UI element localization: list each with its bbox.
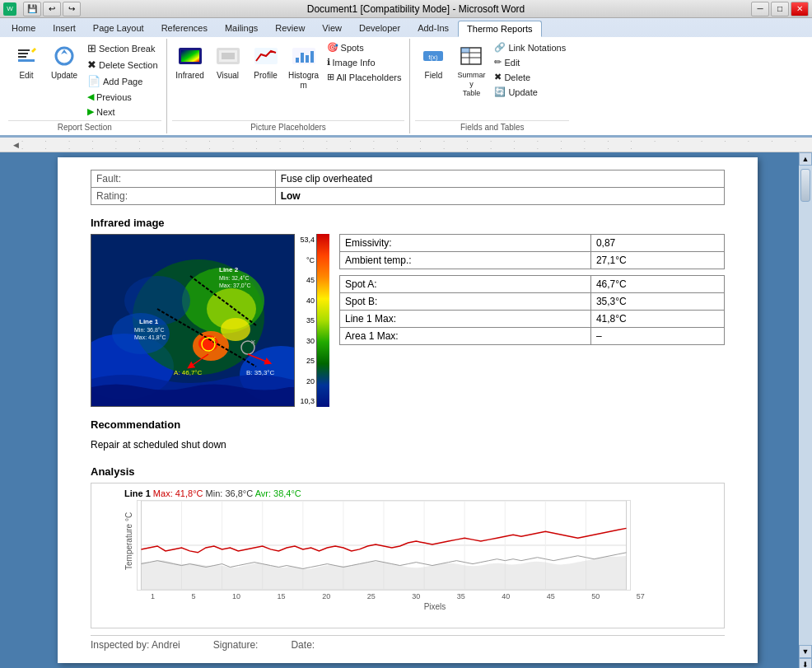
svg-marker-6 — [61, 49, 68, 54]
previous-btn[interactable]: ◀ Previous — [84, 90, 161, 104]
svg-rect-8 — [181, 50, 199, 62]
analysis-chart-svg: 42 32 — [137, 500, 631, 591]
tab-view[interactable]: View — [314, 21, 350, 37]
ir-data-table: Emissivity: 0,87 Ambient temp.: 27,1°C S… — [339, 234, 725, 345]
report-section-label: Report Section — [8, 120, 161, 132]
profile-btn[interactable]: Profile — [248, 40, 284, 90]
infrared-section-title: Infrared image — [91, 217, 725, 229]
close-btn[interactable]: ✕ — [791, 2, 809, 16]
svg-text:Max: 37,0°C: Max: 37,0°C — [219, 283, 251, 288]
tab-references[interactable]: References — [153, 21, 216, 37]
scroll-area[interactable]: Fault: Fuse clip overheated Rating: Low … — [16, 152, 799, 668]
next-icon: ▶ — [87, 106, 94, 117]
tab-thermo-reports[interactable]: Thermo Reports — [458, 21, 541, 37]
vertical-scrollbar[interactable]: ▲ ▼ ⬇ — [799, 152, 812, 668]
ir-image-wrap: ✕ ✕ — [91, 234, 329, 407]
minimize-btn[interactable]: ─ — [751, 2, 769, 16]
fields-edit-btn[interactable]: ✏ Edit — [491, 55, 569, 69]
svg-text:B: 35,3°C: B: 35,3°C — [246, 369, 275, 376]
fault-label: Fault: — [91, 171, 276, 188]
delete-section-btn[interactable]: ✖ Delete Section — [84, 57, 161, 72]
restore-btn[interactable]: □ — [771, 2, 789, 16]
recommendation-text: Repair at scheduled shut down — [91, 436, 725, 454]
line1-max-label: Line 1 Max: — [340, 311, 591, 328]
signature-label: Signature: — [213, 639, 259, 651]
section-break-btn[interactable]: ⊞ Section Break — [84, 40, 161, 56]
rating-row: Rating: Low — [91, 188, 725, 205]
visual-btn[interactable]: Visual — [210, 40, 246, 90]
all-placeholders-btn[interactable]: ⊞ All Placeholders — [324, 70, 405, 84]
svg-text:f(x): f(x) — [429, 54, 439, 61]
next-btn[interactable]: ▶ Next — [84, 105, 161, 119]
svg-text:A: 46,7°C: A: 46,7°C — [174, 369, 203, 376]
document-page: Fault: Fuse clip overheated Rating: Low … — [58, 157, 758, 663]
summary-table-btn[interactable]: SummaryTable — [453, 40, 489, 100]
spot-a-label: Spot A: — [340, 276, 591, 293]
tab-page-layout[interactable]: Page Layout — [85, 21, 152, 37]
undo-btn[interactable]: ↩ — [43, 2, 61, 16]
tab-insert[interactable]: Insert — [44, 21, 84, 37]
spots-btn[interactable]: 🎯 Spots — [324, 40, 405, 54]
link-notations-icon: 🔗 — [494, 42, 506, 53]
ribbon-group-report-section: Edit Update ⊞ Section Break ✖ Delete S — [3, 39, 167, 133]
ribbon-content: Edit Update ⊞ Section Break ✖ Delete S — [0, 37, 812, 137]
picture-options: 🎯 Spots ℹ Image Info ⊞ All Placeholders — [324, 40, 405, 84]
scroll-up-btn[interactable]: ▲ — [799, 152, 812, 166]
scroll-down-btn[interactable]: ▼ — [799, 645, 812, 658]
chart-max-label: Max: 41,8°C — [153, 488, 203, 498]
ribbon-group-picture: Infrared Visual Profile — [167, 39, 411, 133]
fields-options: 🔗 Link Notations ✏ Edit ✖ Delete 🔄 Updat… — [491, 40, 569, 99]
fault-table: Fault: Fuse clip overheated Rating: Low — [91, 170, 725, 205]
fields-delete-icon: ✖ — [494, 72, 502, 82]
svg-text:✕: ✕ — [250, 339, 256, 346]
histogram-btn[interactable]: Histogram — [286, 40, 322, 93]
ambient-temp-label: Ambient temp.: — [340, 252, 591, 269]
edit-icon — [13, 43, 40, 69]
tab-add-ins[interactable]: Add-Ins — [409, 21, 457, 37]
field-btn[interactable]: f(x) Field — [415, 40, 451, 90]
svg-rect-3 — [18, 56, 26, 58]
ambient-temp-row: Ambient temp.: 27,1°C — [340, 252, 725, 269]
link-notations-btn[interactable]: 🔗 Link Notations — [491, 40, 569, 54]
emissivity-label: Emissivity: — [340, 235, 591, 252]
spacer-row-1 — [340, 269, 725, 276]
tab-developer[interactable]: Developer — [351, 21, 408, 37]
update-large-btn[interactable]: Update — [46, 40, 82, 90]
fields-tables-label: Fields and Tables — [415, 120, 569, 132]
visual-icon — [215, 43, 241, 69]
image-info-btn[interactable]: ℹ Image Info — [324, 55, 405, 69]
chart-avr-label: Avr: 38,4°C — [255, 488, 301, 498]
y-axis-label: Temperature °C — [124, 500, 133, 582]
field-icon: f(x) — [420, 43, 446, 69]
fields-update-btn[interactable]: 🔄 Update — [491, 85, 569, 99]
fault-row: Fault: Fuse clip overheated — [91, 171, 725, 188]
infrared-btn[interactable]: Infrared — [172, 40, 208, 90]
tab-review[interactable]: Review — [267, 21, 313, 37]
spot-a-value: 46,7°C — [590, 276, 724, 293]
ir-thermal-image: ✕ ✕ — [91, 234, 295, 407]
tab-home[interactable]: Home — [3, 21, 44, 37]
svg-point-33 — [221, 318, 250, 341]
section-controls: ⊞ Section Break ✖ Delete Section 📄 Add P… — [84, 40, 161, 119]
chart-title: Line 1 Max: 41,8°C Min: 36,8°C Avr: 38,4… — [124, 488, 719, 498]
ribbon: Home Insert Page Layout References Maili… — [0, 18, 812, 138]
scroll-end-btn[interactable]: ⬇ — [799, 658, 812, 668]
redo-btn[interactable]: ↪ — [63, 2, 81, 16]
edit-large-btn[interactable]: Edit — [8, 40, 44, 90]
scroll-thumb[interactable] — [800, 169, 810, 202]
spots-icon: 🎯 — [327, 42, 338, 53]
rating-label: Rating: — [91, 188, 276, 205]
update-icon — [51, 43, 77, 69]
quick-save-btn[interactable]: 💾 — [23, 2, 41, 16]
add-page-btn[interactable]: 📄 Add Page — [84, 73, 161, 89]
fault-value: Fuse clip overheated — [275, 171, 724, 188]
svg-rect-1 — [18, 49, 30, 51]
picture-placeholders-label: Picture Placeholders — [172, 120, 405, 132]
svg-marker-4 — [31, 48, 36, 53]
tab-mailings[interactable]: Mailings — [217, 21, 266, 37]
svg-text:Max: 41,8°C: Max: 41,8°C — [134, 334, 166, 340]
x-axis-labels: 1510152025303540455057 — [124, 591, 645, 600]
fields-delete-btn[interactable]: ✖ Delete — [491, 70, 569, 84]
window-title: Document1 [Compatibility Mode] - Microso… — [81, 3, 751, 15]
section-break-icon: ⊞ — [87, 42, 96, 54]
